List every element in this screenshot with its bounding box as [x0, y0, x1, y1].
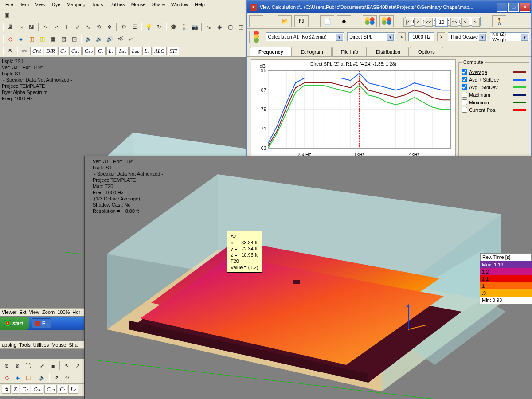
menu-mapping[interactable]: Mapping — [64, 1, 88, 8]
patch3-icon[interactable]: ◫ — [23, 373, 33, 383]
menu-item[interactable]: Item — [17, 1, 31, 8]
eye-icon[interactable]: 👁 — [5, 46, 15, 56]
pan-icon[interactable]: ✥ — [105, 22, 114, 32]
speaker-group-icon[interactable]: ◇ — [5, 34, 15, 44]
band-combo[interactable]: Third Octave — [448, 32, 487, 41]
cube-icon[interactable]: ◲ — [69, 34, 79, 44]
resize-icon[interactable]: ⤢ — [37, 361, 47, 371]
options-icon[interactable]: ☰ — [129, 22, 139, 32]
compute-avg-stddev[interactable]: Avg + StdDev — [462, 77, 526, 82]
speaker-wave-icon[interactable]: 🕬 — [115, 34, 125, 44]
menu-view[interactable]: View — [32, 1, 48, 8]
crop-icon[interactable]: ⛶ — [23, 361, 33, 371]
speaker-patch-icon[interactable]: ◈ — [16, 34, 26, 44]
pick-point-icon[interactable]: ✸ — [337, 15, 351, 27]
calculation-combo[interactable]: Calculation #1 (NoS2.emp) — [266, 32, 344, 41]
menu-tools[interactable]: Tools — [89, 1, 106, 8]
rotate-icon[interactable]: ⟲ — [94, 22, 104, 32]
menu-file[interactable]: File — [3, 1, 16, 8]
tab-frequency[interactable]: Frequency — [250, 47, 292, 56]
first-button[interactable]: |< — [403, 18, 411, 27]
ray-icon[interactable]: ⇗ — [126, 34, 136, 44]
fit-icon[interactable]: ▣ — [48, 361, 58, 371]
tab-echogram[interactable]: Echogram — [293, 47, 332, 56]
quantity-combo[interactable]: Direct SPL — [347, 32, 395, 41]
metric-d/r[interactable]: D/R — [44, 47, 57, 55]
patch2-icon[interactable]: ◈ — [12, 373, 22, 383]
metric-l₇[interactable]: L₇ — [106, 47, 116, 55]
metric-sti[interactable]: STI — [168, 47, 180, 55]
minimize-button[interactable]: — — [497, 3, 507, 12]
highlight-icon[interactable]: ◫ — [37, 34, 47, 44]
speaker-icon[interactable]: 🔈 — [37, 373, 47, 383]
compute-average[interactable]: Average — [462, 69, 526, 75]
camera-icon[interactable]: 📷 — [190, 22, 200, 32]
patch1-icon[interactable]: ◇ — [2, 373, 12, 383]
tab-file-info[interactable]: File Info — [332, 47, 367, 56]
light-icon[interactable]: 💡 — [144, 22, 153, 32]
copy-icon[interactable]: ⎘ — [16, 22, 26, 32]
cursor-icon[interactable]: ↖ — [41, 22, 51, 32]
save-icon[interactable]: 🖫 — [27, 22, 36, 32]
weighting-combo[interactable]: No (Z) Weigh — [490, 32, 529, 41]
metric-c₈₀[interactable]: C₈₀ — [82, 47, 95, 55]
grid-b-icon[interactable]: ▨ — [59, 34, 68, 44]
prev10-button[interactable]: < — [414, 18, 422, 27]
target-icon[interactable]: ⊗ — [12, 361, 22, 371]
freq-next-button[interactable]: > — [437, 32, 445, 41]
pick-icon[interactable]: ↗ — [51, 22, 61, 32]
menu-share[interactable]: Share — [149, 1, 168, 8]
compute-current-pos-[interactable]: Current Pos. — [462, 107, 526, 113]
ray2-icon[interactable]: ⇗ — [51, 373, 61, 383]
metric-crit[interactable]: Crit — [30, 47, 43, 55]
freq-prev-button[interactable]: < — [398, 32, 406, 41]
cursor2-icon[interactable]: ↖ — [62, 361, 72, 371]
metric-l₅₀[interactable]: L₅₀ — [117, 47, 129, 55]
seats-a-icon[interactable]: 🟡🔴🟢🔵 — [363, 15, 377, 27]
metric-cₜ[interactable]: Cₜ — [96, 47, 106, 55]
compute-maximum[interactable]: Maximum — [462, 92, 526, 98]
pick2-icon[interactable]: ↗ — [73, 361, 82, 371]
next-button[interactable]: >> — [450, 18, 458, 27]
prev-button[interactable]: << — [425, 18, 433, 27]
metric-lₜ[interactable]: Lₜ — [142, 47, 152, 55]
center-icon[interactable]: ✛ — [62, 22, 72, 32]
mapping-window[interactable]: Ver:-33° Hor: 119° Lspk: S1 - Speaker Da… — [84, 156, 532, 399]
box-icon[interactable]: ▢ — [225, 22, 235, 32]
titlebar[interactable]: E View Calculation #1 (C:\Users\Public\D… — [247, 1, 531, 13]
zoom-out-icon[interactable]: ⤡ — [83, 22, 93, 32]
glasses-icon[interactable]: 👓 — [20, 46, 29, 56]
traffic-light-icon[interactable]: 🔴🟡🟢 — [249, 31, 263, 43]
walker-icon[interactable]: 🚶 — [492, 15, 506, 27]
clip-icon[interactable]: ◳ — [236, 22, 246, 32]
taskbar-item[interactable]: E.. — [32, 318, 51, 328]
tab-distribution[interactable]: Distribution — [368, 47, 409, 56]
menu-mouse[interactable]: Mouse — [129, 1, 149, 8]
menu-window[interactable]: Window — [168, 1, 191, 8]
redo-icon[interactable]: ↻ — [154, 22, 164, 32]
page-field[interactable]: 10 — [435, 18, 448, 27]
sphere-icon[interactable]: ◉ — [215, 22, 224, 32]
metric-c₇[interactable]: C₇ — [58, 47, 68, 55]
metric-l₈₀[interactable]: L₈₀ — [129, 47, 141, 55]
save-icon[interactable]: 🖫 — [294, 15, 309, 27]
compute-minimum[interactable]: Minimum — [462, 99, 526, 105]
report-icon[interactable]: 📄 — [320, 15, 334, 27]
walker-icon[interactable]: 🚶 — [179, 22, 189, 32]
speaker1-icon[interactable]: 🔈 — [83, 34, 93, 44]
settings-icon[interactable]: ⚙ — [119, 22, 129, 32]
speaker2-icon[interactable]: 🔉 — [94, 34, 104, 44]
project-icon[interactable]: ▣ — [2, 10, 12, 20]
zoom-in-icon[interactable]: ⤢ — [73, 22, 82, 32]
center-icon[interactable]: ⊕ — [2, 361, 12, 371]
menu-help[interactable]: Help — [192, 1, 207, 8]
tab-options[interactable]: Options — [410, 47, 443, 56]
last-button[interactable]: >| — [472, 18, 480, 27]
compute-avg-stddev[interactable]: Avg - StdDev — [462, 84, 526, 90]
hat-icon[interactable]: 🎓 — [168, 22, 178, 32]
frequency-plot[interactable]: 6371798795250Hz1kHz4kHzdBDirect SPL (Z) … — [251, 59, 456, 160]
start-button[interactable]: start — [0, 317, 29, 330]
metric-c₅₀[interactable]: C₅₀ — [69, 47, 82, 55]
next10-button[interactable]: > — [461, 18, 469, 27]
grid-a-icon[interactable]: ▦ — [48, 34, 58, 44]
